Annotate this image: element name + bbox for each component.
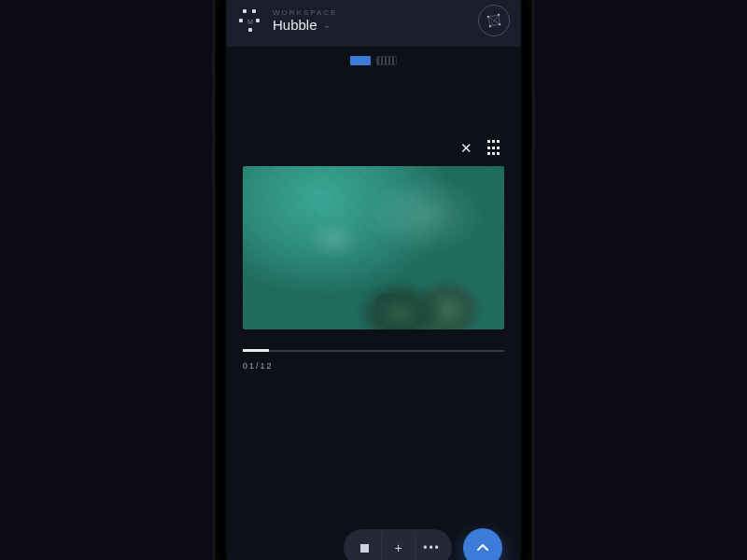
progress-track[interactable] bbox=[243, 350, 504, 352]
workspace-label: WORKSPACE bbox=[273, 8, 469, 17]
network-button[interactable] bbox=[478, 5, 510, 36]
chevron-down-icon: ⌄ bbox=[323, 20, 331, 30]
more-icon: ••• bbox=[423, 541, 441, 554]
workspace-name: Hubble bbox=[273, 17, 317, 33]
side-button bbox=[212, 51, 215, 74]
side-button bbox=[212, 145, 215, 184]
preview-image[interactable] bbox=[243, 166, 504, 329]
network-icon bbox=[485, 11, 503, 30]
bottom-toolbar: + ••• bbox=[226, 528, 521, 560]
side-button bbox=[212, 93, 215, 133]
side-button bbox=[532, 93, 535, 149]
stop-button[interactable] bbox=[347, 533, 381, 560]
stop-icon bbox=[360, 544, 369, 553]
header: M WORKSPACE Hubble ⌄ bbox=[226, 0, 521, 47]
add-button[interactable]: + bbox=[381, 533, 415, 560]
tab-indicator-inactive[interactable] bbox=[376, 56, 397, 65]
app-logo-icon[interactable]: M bbox=[237, 7, 263, 34]
more-button[interactable]: ••• bbox=[415, 533, 448, 560]
page-counter: 01/12 bbox=[243, 361, 504, 371]
fab-up-button[interactable] bbox=[463, 528, 502, 560]
chevron-up-icon bbox=[475, 540, 490, 555]
phone-frame: ••••• JKY 1:20 PM 100% M WORKSPACE bbox=[215, 0, 532, 560]
progress-fill bbox=[243, 349, 269, 352]
content-area: ✕ 01/12 + ••• bbox=[226, 75, 521, 560]
tab-indicator-active[interactable] bbox=[350, 56, 371, 65]
tab-strip bbox=[226, 47, 521, 75]
action-pill: + ••• bbox=[344, 529, 452, 560]
grid-icon[interactable] bbox=[487, 140, 500, 157]
close-icon[interactable]: ✕ bbox=[460, 140, 472, 157]
workspace-selector[interactable]: WORKSPACE Hubble ⌄ bbox=[273, 8, 469, 33]
screen: ••••• JKY 1:20 PM 100% M WORKSPACE bbox=[226, 0, 521, 560]
